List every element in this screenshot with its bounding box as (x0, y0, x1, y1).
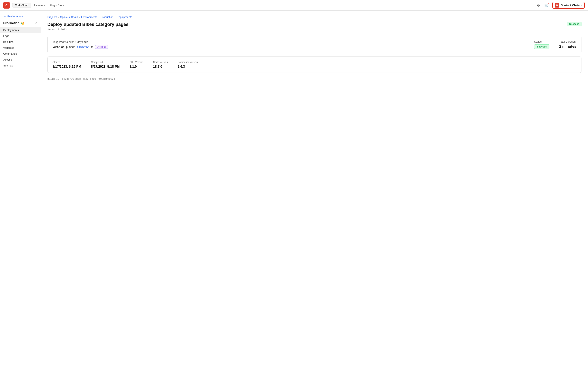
info-value-composer: 2.6.3 (178, 65, 198, 68)
status-label: Status (534, 40, 549, 43)
trigger-info: Triggered via push 4 days ago Veronica p… (52, 40, 531, 49)
back-arrow-icon: ← (3, 15, 6, 18)
licenses-link[interactable]: Licenses (33, 3, 46, 8)
sidebar-nav: DeploymentsLogsBackupsVariablesCommandsA… (0, 27, 41, 68)
sidebar-item-variables[interactable]: Variables (0, 45, 41, 51)
status-section: Status Success (534, 40, 549, 49)
trigger-card: Triggered via push 4 days ago Veronica p… (47, 36, 581, 53)
branch-name: cloud (100, 45, 106, 48)
cart-icon[interactable]: 🛒 (543, 2, 550, 8)
trigger-status-section: Status Success Total Duration 2 minutes (534, 40, 576, 49)
pusher-name: Veronica (52, 45, 64, 49)
info-value-php: 8.1.0 (130, 65, 143, 68)
branch-icon: ⎇ (97, 46, 100, 48)
page-status-badge: Success (567, 22, 581, 26)
org-chevron-icon: ▾ (581, 4, 582, 6)
breadcrumb-separator: › (114, 16, 115, 18)
info-label-node: Node Version (153, 61, 168, 64)
duration-value: 2 minutes (559, 44, 576, 49)
commit-hash-link[interactable]: e1w6m5n (77, 45, 89, 49)
trigger-detail: Veronica pushed e1w6m5n to ⎇ cloud (52, 45, 531, 49)
back-label: Environments (7, 15, 24, 18)
info-label-completed: Completed (91, 61, 120, 64)
duration-section: Total Duration 2 minutes (559, 40, 576, 49)
breadcrumb-spoke-chain[interactable]: Spoke & Chain (60, 16, 78, 18)
sidebar: ← Environments Production 👑 ↗ Deployment… (0, 11, 41, 367)
info-value-started: 8/17/2023, 5:16 PM (52, 65, 81, 68)
pushed-label: pushed (66, 45, 75, 49)
info-label-php: PHP Version (130, 61, 143, 64)
page-header: Deploy updated Bikes category pages Augu… (47, 22, 581, 31)
breadcrumb-deployments[interactable]: Deployments (117, 16, 132, 18)
to-label: to (91, 45, 94, 49)
info-label-composer: Composer Version (178, 61, 198, 64)
org-name: Spoke & Chain (561, 4, 580, 7)
breadcrumb-projects[interactable]: Projects (47, 16, 57, 18)
sidebar-item-commands[interactable]: Commands (0, 51, 41, 57)
info-card: Started8/17/2023, 5:16 PMCompleted8/17/2… (47, 57, 581, 73)
breadcrumb-separator: › (99, 16, 99, 18)
page-date: August 17, 2023 (47, 28, 129, 31)
info-col-php: PHP Version8.1.0 (130, 61, 143, 68)
settings-icon[interactable]: ⚙ (535, 2, 542, 8)
sidebar-item-backups[interactable]: Backups (0, 39, 41, 45)
build-id-label: Build ID: (47, 78, 61, 81)
status-badge: Success (534, 44, 549, 49)
build-id-value: k23b5796-3d35-41d3-b269-7f98de94082d (62, 78, 115, 81)
sidebar-item-deployments[interactable]: Deployments (0, 27, 41, 33)
back-to-environments[interactable]: ← Environments (0, 14, 41, 20)
info-col-started: Started8/17/2023, 5:16 PM (52, 61, 81, 68)
layout: ← Environments Production 👑 ↗ Deployment… (0, 11, 588, 367)
info-col-node: Node Version18.7.0 (153, 61, 168, 68)
sidebar-item-settings[interactable]: Settings (0, 63, 41, 68)
main-content: Projects›Spoke & Chain›Environments›Prod… (41, 11, 588, 367)
page-title: Deploy updated Bikes category pages (47, 22, 129, 27)
svg-point-0 (557, 4, 558, 5)
sidebar-item-logs[interactable]: Logs (0, 33, 41, 39)
breadcrumb-separator: › (58, 16, 59, 18)
topnav: C Craft Cloud Licenses Plugin Store ⚙ 🛒 … (0, 0, 588, 11)
craft-cloud-button[interactable]: Craft Cloud (12, 3, 31, 8)
breadcrumb-production[interactable]: Production (101, 16, 113, 18)
branch-badge: ⎇ cloud (95, 45, 108, 49)
trigger-row: Triggered via push 4 days ago Veronica p… (52, 40, 576, 49)
plugin-store-link[interactable]: Plugin Store (48, 3, 66, 8)
breadcrumb-environments[interactable]: Environments (81, 16, 97, 18)
sidebar-section-header: Production 👑 ↗ (0, 20, 41, 27)
org-icon (555, 3, 559, 8)
info-col-completed: Completed8/17/2023, 5:18 PM (91, 61, 120, 68)
info-grid: Started8/17/2023, 5:16 PMCompleted8/17/2… (52, 61, 576, 68)
external-link-icon[interactable]: ↗ (35, 21, 37, 25)
info-col-composer: Composer Version2.6.3 (178, 61, 198, 68)
craft-logo[interactable]: C (3, 2, 10, 8)
breadcrumb-separator: › (79, 16, 80, 18)
trigger-meta: Triggered via push 4 days ago (52, 40, 531, 43)
duration-label: Total Duration (559, 40, 576, 43)
info-value-completed: 8/17/2023, 5:18 PM (91, 65, 120, 68)
info-value-node: 18.7.0 (153, 65, 168, 68)
info-label-started: Started (52, 61, 81, 64)
sidebar-item-access[interactable]: Access (0, 57, 41, 63)
org-switcher[interactable]: Spoke & Chain ▾ (552, 2, 585, 9)
sidebar-section-title: Production (3, 21, 19, 25)
crown-icon: 👑 (21, 21, 25, 25)
breadcrumb: Projects›Spoke & Chain›Environments›Prod… (47, 16, 581, 18)
build-id: Build ID: k23b5796-3d35-41d3-b269-7f98de… (47, 76, 581, 82)
